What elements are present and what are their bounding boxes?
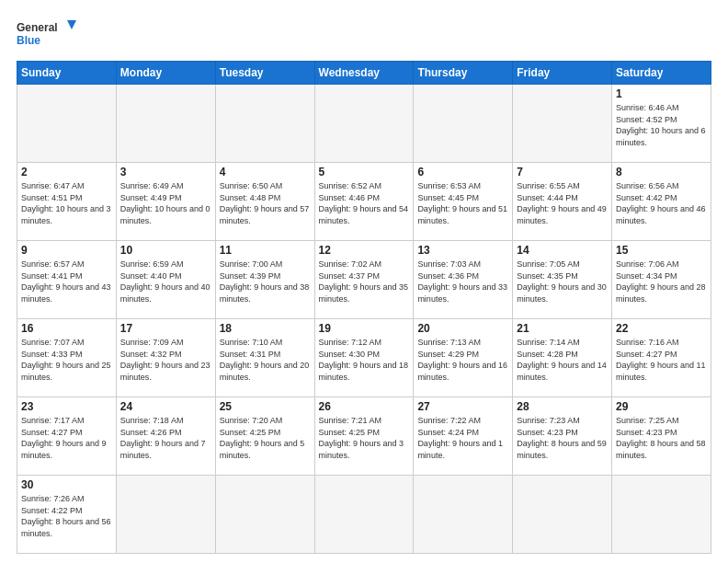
calendar-cell: 24Sunrise: 7:18 AM Sunset: 4:26 PM Dayli…	[116, 397, 215, 476]
day-number: 28	[517, 400, 608, 413]
calendar-cell	[414, 85, 513, 163]
day-number: 3	[120, 166, 211, 178]
day-number: 27	[417, 400, 508, 413]
day-info: Sunrise: 6:46 AM Sunset: 4:52 PM Dayligh…	[616, 102, 707, 148]
calendar-cell: 27Sunrise: 7:22 AM Sunset: 4:24 PM Dayli…	[414, 397, 513, 476]
calendar-cell: 13Sunrise: 7:03 AM Sunset: 4:36 PM Dayli…	[414, 241, 513, 319]
svg-text:General: General	[17, 21, 58, 34]
day-number: 11	[220, 244, 311, 257]
calendar-cell: 26Sunrise: 7:21 AM Sunset: 4:25 PM Dayli…	[314, 397, 414, 476]
day-info: Sunrise: 7:21 AM Sunset: 4:25 PM Dayligh…	[319, 415, 410, 461]
day-number: 24	[120, 400, 211, 413]
day-number: 13	[417, 244, 508, 257]
day-info: Sunrise: 7:12 AM Sunset: 4:30 PM Dayligh…	[319, 337, 410, 383]
day-number: 7	[517, 166, 608, 178]
svg-marker-2	[67, 20, 76, 29]
col-header-tuesday: Tuesday	[215, 62, 314, 85]
calendar-cell: 3Sunrise: 6:49 AM Sunset: 4:49 PM Daylig…	[116, 163, 215, 241]
calendar-cell: 19Sunrise: 7:12 AM Sunset: 4:30 PM Dayli…	[314, 319, 414, 397]
calendar-cell: 11Sunrise: 7:00 AM Sunset: 4:39 PM Dayli…	[215, 241, 314, 319]
calendar-cell: 22Sunrise: 7:16 AM Sunset: 4:27 PM Dayli…	[612, 319, 711, 397]
col-header-monday: Monday	[116, 62, 215, 85]
day-number: 30	[21, 478, 112, 491]
calendar-cell	[612, 476, 711, 554]
logo: General Blue	[17, 17, 81, 53]
calendar-cell: 17Sunrise: 7:09 AM Sunset: 4:32 PM Dayli…	[116, 319, 215, 397]
calendar-header-row: SundayMondayTuesdayWednesdayThursdayFrid…	[17, 62, 711, 85]
calendar-cell: 29Sunrise: 7:25 AM Sunset: 4:23 PM Dayli…	[612, 397, 711, 476]
calendar-cell: 10Sunrise: 6:59 AM Sunset: 4:40 PM Dayli…	[116, 241, 215, 319]
calendar-cell	[314, 476, 414, 554]
day-info: Sunrise: 7:14 AM Sunset: 4:28 PM Dayligh…	[517, 337, 608, 383]
day-number: 14	[517, 244, 608, 257]
calendar-cell	[17, 85, 117, 163]
calendar-cell	[215, 476, 314, 554]
day-info: Sunrise: 7:26 AM Sunset: 4:22 PM Dayligh…	[21, 493, 112, 539]
col-header-sunday: Sunday	[17, 62, 117, 85]
page-header: General Blue	[17, 17, 711, 53]
calendar-cell: 9Sunrise: 6:57 AM Sunset: 4:41 PM Daylig…	[17, 241, 117, 319]
calendar-cell: 20Sunrise: 7:13 AM Sunset: 4:29 PM Dayli…	[414, 319, 513, 397]
day-number: 15	[616, 244, 707, 257]
calendar-cell	[513, 476, 612, 554]
day-info: Sunrise: 7:03 AM Sunset: 4:36 PM Dayligh…	[417, 259, 508, 304]
calendar-cell: 28Sunrise: 7:23 AM Sunset: 4:23 PM Dayli…	[513, 397, 612, 476]
day-number: 20	[417, 322, 508, 335]
calendar-cell: 4Sunrise: 6:50 AM Sunset: 4:48 PM Daylig…	[215, 163, 314, 241]
col-header-saturday: Saturday	[612, 62, 711, 85]
day-number: 21	[517, 322, 608, 335]
col-header-wednesday: Wednesday	[314, 62, 414, 85]
day-info: Sunrise: 7:23 AM Sunset: 4:23 PM Dayligh…	[517, 415, 608, 461]
calendar-cell: 7Sunrise: 6:55 AM Sunset: 4:44 PM Daylig…	[513, 163, 612, 241]
calendar-cell	[314, 85, 414, 163]
day-number: 12	[319, 244, 410, 257]
day-info: Sunrise: 7:20 AM Sunset: 4:25 PM Dayligh…	[220, 415, 311, 461]
calendar-cell	[215, 85, 314, 163]
calendar-table: SundayMondayTuesdayWednesdayThursdayFrid…	[17, 61, 711, 554]
day-info: Sunrise: 6:59 AM Sunset: 4:40 PM Dayligh…	[120, 259, 211, 304]
calendar-cell: 21Sunrise: 7:14 AM Sunset: 4:28 PM Dayli…	[513, 319, 612, 397]
day-info: Sunrise: 7:07 AM Sunset: 4:33 PM Dayligh…	[21, 337, 112, 383]
day-info: Sunrise: 6:50 AM Sunset: 4:48 PM Dayligh…	[220, 180, 311, 226]
day-info: Sunrise: 7:00 AM Sunset: 4:39 PM Dayligh…	[220, 259, 311, 304]
day-info: Sunrise: 6:53 AM Sunset: 4:45 PM Dayligh…	[417, 180, 508, 226]
day-number: 17	[120, 322, 211, 335]
calendar-cell: 30Sunrise: 7:26 AM Sunset: 4:22 PM Dayli…	[17, 476, 117, 554]
day-number: 22	[616, 322, 707, 335]
day-info: Sunrise: 6:52 AM Sunset: 4:46 PM Dayligh…	[319, 180, 410, 226]
day-info: Sunrise: 7:18 AM Sunset: 4:26 PM Dayligh…	[120, 415, 211, 461]
calendar-cell: 25Sunrise: 7:20 AM Sunset: 4:25 PM Dayli…	[215, 397, 314, 476]
day-info: Sunrise: 6:56 AM Sunset: 4:42 PM Dayligh…	[616, 180, 707, 226]
day-number: 6	[417, 166, 508, 178]
day-number: 29	[616, 400, 707, 413]
calendar-cell: 16Sunrise: 7:07 AM Sunset: 4:33 PM Dayli…	[17, 319, 117, 397]
day-number: 1	[616, 87, 707, 100]
day-number: 9	[21, 244, 112, 257]
day-info: Sunrise: 6:49 AM Sunset: 4:49 PM Dayligh…	[120, 180, 211, 226]
day-info: Sunrise: 7:25 AM Sunset: 4:23 PM Dayligh…	[616, 415, 707, 461]
day-number: 23	[21, 400, 112, 413]
calendar-cell	[116, 476, 215, 554]
day-number: 5	[319, 166, 410, 178]
day-info: Sunrise: 7:17 AM Sunset: 4:27 PM Dayligh…	[21, 415, 112, 461]
col-header-thursday: Thursday	[414, 62, 513, 85]
col-header-friday: Friday	[513, 62, 612, 85]
calendar-cell: 18Sunrise: 7:10 AM Sunset: 4:31 PM Dayli…	[215, 319, 314, 397]
day-number: 4	[220, 166, 311, 178]
day-info: Sunrise: 7:22 AM Sunset: 4:24 PM Dayligh…	[417, 415, 508, 461]
day-info: Sunrise: 6:55 AM Sunset: 4:44 PM Dayligh…	[517, 180, 608, 226]
calendar-cell: 12Sunrise: 7:02 AM Sunset: 4:37 PM Dayli…	[314, 241, 414, 319]
day-number: 18	[220, 322, 311, 335]
calendar-cell	[513, 85, 612, 163]
calendar-cell: 15Sunrise: 7:06 AM Sunset: 4:34 PM Dayli…	[612, 241, 711, 319]
calendar-cell: 6Sunrise: 6:53 AM Sunset: 4:45 PM Daylig…	[414, 163, 513, 241]
calendar-cell: 23Sunrise: 7:17 AM Sunset: 4:27 PM Dayli…	[17, 397, 117, 476]
day-info: Sunrise: 7:10 AM Sunset: 4:31 PM Dayligh…	[220, 337, 311, 383]
calendar-cell: 1Sunrise: 6:46 AM Sunset: 4:52 PM Daylig…	[612, 85, 711, 163]
day-info: Sunrise: 7:06 AM Sunset: 4:34 PM Dayligh…	[616, 259, 707, 304]
calendar-cell: 5Sunrise: 6:52 AM Sunset: 4:46 PM Daylig…	[314, 163, 414, 241]
day-number: 19	[319, 322, 410, 335]
day-number: 16	[21, 322, 112, 335]
day-number: 10	[120, 244, 211, 257]
day-number: 8	[616, 166, 707, 178]
